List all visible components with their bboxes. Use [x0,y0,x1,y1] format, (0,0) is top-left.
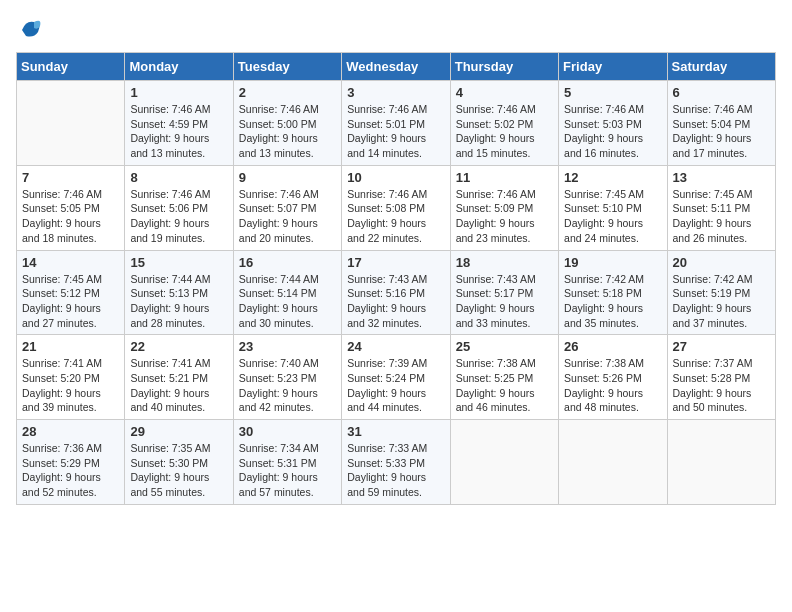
day-number: 16 [239,255,336,270]
day-detail: Sunrise: 7:45 AMSunset: 5:12 PMDaylight:… [22,272,119,331]
day-number: 21 [22,339,119,354]
day-detail: Sunrise: 7:44 AMSunset: 5:14 PMDaylight:… [239,272,336,331]
calendar-cell: 20Sunrise: 7:42 AMSunset: 5:19 PMDayligh… [667,250,775,335]
day-number: 6 [673,85,770,100]
day-number: 5 [564,85,661,100]
day-detail: Sunrise: 7:46 AMSunset: 5:01 PMDaylight:… [347,102,444,161]
day-detail: Sunrise: 7:45 AMSunset: 5:11 PMDaylight:… [673,187,770,246]
day-number: 10 [347,170,444,185]
day-number: 20 [673,255,770,270]
calendar-cell: 14Sunrise: 7:45 AMSunset: 5:12 PMDayligh… [17,250,125,335]
day-detail: Sunrise: 7:46 AMSunset: 5:04 PMDaylight:… [673,102,770,161]
day-number: 9 [239,170,336,185]
col-header-saturday: Saturday [667,53,775,81]
day-detail: Sunrise: 7:46 AMSunset: 5:05 PMDaylight:… [22,187,119,246]
calendar-cell: 28Sunrise: 7:36 AMSunset: 5:29 PMDayligh… [17,420,125,505]
col-header-tuesday: Tuesday [233,53,341,81]
col-header-sunday: Sunday [17,53,125,81]
calendar-cell: 19Sunrise: 7:42 AMSunset: 5:18 PMDayligh… [559,250,667,335]
day-detail: Sunrise: 7:46 AMSunset: 4:59 PMDaylight:… [130,102,227,161]
day-number: 19 [564,255,661,270]
calendar-cell: 5Sunrise: 7:46 AMSunset: 5:03 PMDaylight… [559,81,667,166]
col-header-monday: Monday [125,53,233,81]
calendar-cell [17,81,125,166]
day-number: 17 [347,255,444,270]
day-detail: Sunrise: 7:42 AMSunset: 5:19 PMDaylight:… [673,272,770,331]
week-row: 7Sunrise: 7:46 AMSunset: 5:05 PMDaylight… [17,165,776,250]
calendar-cell: 10Sunrise: 7:46 AMSunset: 5:08 PMDayligh… [342,165,450,250]
calendar-cell: 6Sunrise: 7:46 AMSunset: 5:04 PMDaylight… [667,81,775,166]
calendar-cell: 25Sunrise: 7:38 AMSunset: 5:25 PMDayligh… [450,335,558,420]
calendar-cell: 21Sunrise: 7:41 AMSunset: 5:20 PMDayligh… [17,335,125,420]
calendar-cell: 26Sunrise: 7:38 AMSunset: 5:26 PMDayligh… [559,335,667,420]
day-detail: Sunrise: 7:35 AMSunset: 5:30 PMDaylight:… [130,441,227,500]
calendar-cell: 17Sunrise: 7:43 AMSunset: 5:16 PMDayligh… [342,250,450,335]
calendar-cell: 4Sunrise: 7:46 AMSunset: 5:02 PMDaylight… [450,81,558,166]
calendar-cell: 23Sunrise: 7:40 AMSunset: 5:23 PMDayligh… [233,335,341,420]
calendar-cell: 12Sunrise: 7:45 AMSunset: 5:10 PMDayligh… [559,165,667,250]
day-number: 13 [673,170,770,185]
day-number: 2 [239,85,336,100]
day-number: 27 [673,339,770,354]
day-number: 22 [130,339,227,354]
day-detail: Sunrise: 7:43 AMSunset: 5:16 PMDaylight:… [347,272,444,331]
day-number: 25 [456,339,553,354]
calendar-cell: 29Sunrise: 7:35 AMSunset: 5:30 PMDayligh… [125,420,233,505]
day-detail: Sunrise: 7:41 AMSunset: 5:21 PMDaylight:… [130,356,227,415]
calendar-cell [667,420,775,505]
calendar-cell: 13Sunrise: 7:45 AMSunset: 5:11 PMDayligh… [667,165,775,250]
day-detail: Sunrise: 7:46 AMSunset: 5:06 PMDaylight:… [130,187,227,246]
calendar-cell [559,420,667,505]
week-row: 1Sunrise: 7:46 AMSunset: 4:59 PMDaylight… [17,81,776,166]
day-detail: Sunrise: 7:33 AMSunset: 5:33 PMDaylight:… [347,441,444,500]
day-number: 4 [456,85,553,100]
day-detail: Sunrise: 7:46 AMSunset: 5:08 PMDaylight:… [347,187,444,246]
day-number: 29 [130,424,227,439]
day-detail: Sunrise: 7:38 AMSunset: 5:26 PMDaylight:… [564,356,661,415]
day-number: 30 [239,424,336,439]
day-detail: Sunrise: 7:44 AMSunset: 5:13 PMDaylight:… [130,272,227,331]
calendar-cell: 27Sunrise: 7:37 AMSunset: 5:28 PMDayligh… [667,335,775,420]
day-detail: Sunrise: 7:38 AMSunset: 5:25 PMDaylight:… [456,356,553,415]
day-detail: Sunrise: 7:36 AMSunset: 5:29 PMDaylight:… [22,441,119,500]
day-number: 18 [456,255,553,270]
day-detail: Sunrise: 7:46 AMSunset: 5:09 PMDaylight:… [456,187,553,246]
header-row: SundayMondayTuesdayWednesdayThursdayFrid… [17,53,776,81]
day-detail: Sunrise: 7:46 AMSunset: 5:02 PMDaylight:… [456,102,553,161]
calendar-cell: 15Sunrise: 7:44 AMSunset: 5:13 PMDayligh… [125,250,233,335]
day-number: 31 [347,424,444,439]
day-number: 12 [564,170,661,185]
day-detail: Sunrise: 7:34 AMSunset: 5:31 PMDaylight:… [239,441,336,500]
calendar-cell: 2Sunrise: 7:46 AMSunset: 5:00 PMDaylight… [233,81,341,166]
calendar-cell: 18Sunrise: 7:43 AMSunset: 5:17 PMDayligh… [450,250,558,335]
day-number: 8 [130,170,227,185]
day-detail: Sunrise: 7:46 AMSunset: 5:00 PMDaylight:… [239,102,336,161]
day-number: 26 [564,339,661,354]
day-detail: Sunrise: 7:39 AMSunset: 5:24 PMDaylight:… [347,356,444,415]
calendar-cell: 30Sunrise: 7:34 AMSunset: 5:31 PMDayligh… [233,420,341,505]
day-number: 11 [456,170,553,185]
col-header-friday: Friday [559,53,667,81]
day-detail: Sunrise: 7:43 AMSunset: 5:17 PMDaylight:… [456,272,553,331]
day-detail: Sunrise: 7:45 AMSunset: 5:10 PMDaylight:… [564,187,661,246]
day-number: 3 [347,85,444,100]
calendar-cell: 9Sunrise: 7:46 AMSunset: 5:07 PMDaylight… [233,165,341,250]
calendar-cell: 31Sunrise: 7:33 AMSunset: 5:33 PMDayligh… [342,420,450,505]
col-header-thursday: Thursday [450,53,558,81]
calendar-cell: 11Sunrise: 7:46 AMSunset: 5:09 PMDayligh… [450,165,558,250]
day-number: 28 [22,424,119,439]
day-number: 7 [22,170,119,185]
calendar-table: SundayMondayTuesdayWednesdayThursdayFrid… [16,52,776,505]
day-number: 23 [239,339,336,354]
page-header [16,16,776,44]
calendar-cell [450,420,558,505]
day-detail: Sunrise: 7:40 AMSunset: 5:23 PMDaylight:… [239,356,336,415]
day-number: 1 [130,85,227,100]
day-number: 14 [22,255,119,270]
day-detail: Sunrise: 7:46 AMSunset: 5:07 PMDaylight:… [239,187,336,246]
calendar-cell: 1Sunrise: 7:46 AMSunset: 4:59 PMDaylight… [125,81,233,166]
calendar-cell: 8Sunrise: 7:46 AMSunset: 5:06 PMDaylight… [125,165,233,250]
calendar-cell: 3Sunrise: 7:46 AMSunset: 5:01 PMDaylight… [342,81,450,166]
day-detail: Sunrise: 7:46 AMSunset: 5:03 PMDaylight:… [564,102,661,161]
calendar-cell: 16Sunrise: 7:44 AMSunset: 5:14 PMDayligh… [233,250,341,335]
